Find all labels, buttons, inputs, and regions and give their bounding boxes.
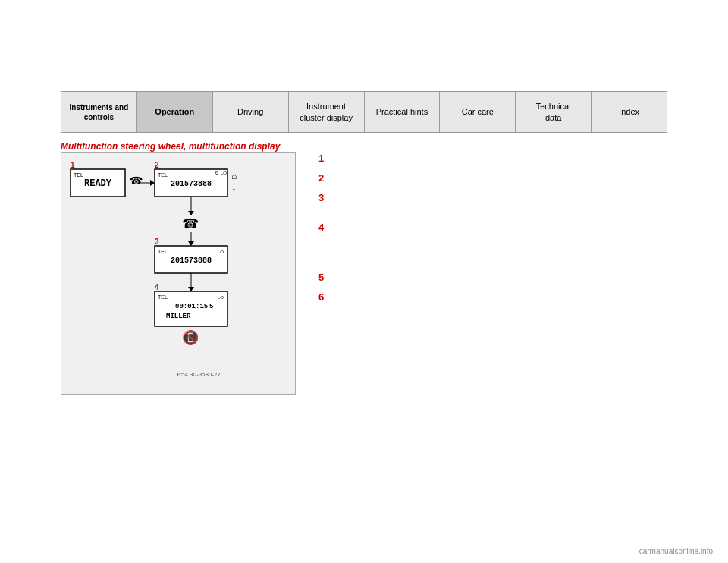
nav-item-instrument-cluster[interactable]: Instrumentcluster display <box>289 92 365 132</box>
svg-text:5: 5 <box>209 303 213 310</box>
desc-item-5: 5 <box>318 271 667 285</box>
svg-text:TEL: TEL <box>158 294 168 300</box>
svg-text:P54.30-3580-27: P54.30-3580-27 <box>177 371 221 378</box>
desc-item-2: 2 <box>318 171 667 185</box>
content-area: TEL READY 1 ☎ TEL 6 LO 201573888 2 ⌂ ↓ <box>61 152 667 395</box>
svg-text:☎: ☎ <box>130 175 143 187</box>
svg-text:201573888: 201573888 <box>171 180 212 188</box>
svg-text:201573888: 201573888 <box>171 256 212 265</box>
watermark: carmanualsonline.info <box>639 547 713 555</box>
svg-marker-19 <box>188 241 194 246</box>
svg-text:↓: ↓ <box>231 182 236 193</box>
svg-text:LO: LO <box>218 250 224 254</box>
desc-item-1: 1 <box>318 152 667 165</box>
diagram-box: TEL READY 1 ☎ TEL 6 LO 201573888 2 ⌂ ↓ <box>61 152 296 395</box>
diagram-svg: TEL READY 1 ☎ TEL 6 LO 201573888 2 ⌂ ↓ <box>69 160 289 380</box>
svg-marker-16 <box>188 211 194 215</box>
svg-marker-6 <box>150 180 155 186</box>
desc-item-6: 6 <box>318 291 667 304</box>
nav-item-operation[interactable]: Operation <box>137 92 213 132</box>
svg-text:00:01:15: 00:01:15 <box>175 303 208 310</box>
svg-text:3: 3 <box>155 237 159 246</box>
svg-text:6: 6 <box>215 170 218 175</box>
description-area: 1 2 3 4 5 6 <box>318 152 667 395</box>
nav-item-practical[interactable]: Practical hints <box>365 92 441 132</box>
svg-marker-26 <box>188 287 194 291</box>
svg-text:TEL: TEL <box>158 249 168 254</box>
page-subtitle: Multifunction steering wheel, multifunct… <box>61 141 280 152</box>
svg-text:📵: 📵 <box>182 329 199 346</box>
desc-item-4: 4 <box>318 221 667 234</box>
nav-item-car-care[interactable]: Car care <box>440 92 516 132</box>
nav-item-technical[interactable]: Technicaldata <box>516 92 592 132</box>
svg-text:READY: READY <box>84 178 112 189</box>
svg-text:LO: LO <box>218 295 224 300</box>
svg-text:LO: LO <box>221 171 227 175</box>
svg-text:⌂: ⌂ <box>231 171 237 181</box>
desc-item-3: 3 <box>318 191 667 205</box>
svg-text:MILLER: MILLER <box>166 313 191 320</box>
svg-text:1: 1 <box>71 161 75 169</box>
nav-item-index[interactable]: Index <box>592 92 667 132</box>
nav-item-driving[interactable]: Driving <box>213 92 289 132</box>
svg-text:TEL: TEL <box>74 172 83 178</box>
svg-text:TEL: TEL <box>158 172 168 178</box>
svg-text:☎: ☎ <box>182 216 199 231</box>
navigation-bar: Instruments and controls Operation Drivi… <box>61 91 667 133</box>
svg-text:2: 2 <box>155 161 159 169</box>
svg-text:4: 4 <box>155 283 159 291</box>
nav-item-instruments[interactable]: Instruments and controls <box>61 92 137 132</box>
